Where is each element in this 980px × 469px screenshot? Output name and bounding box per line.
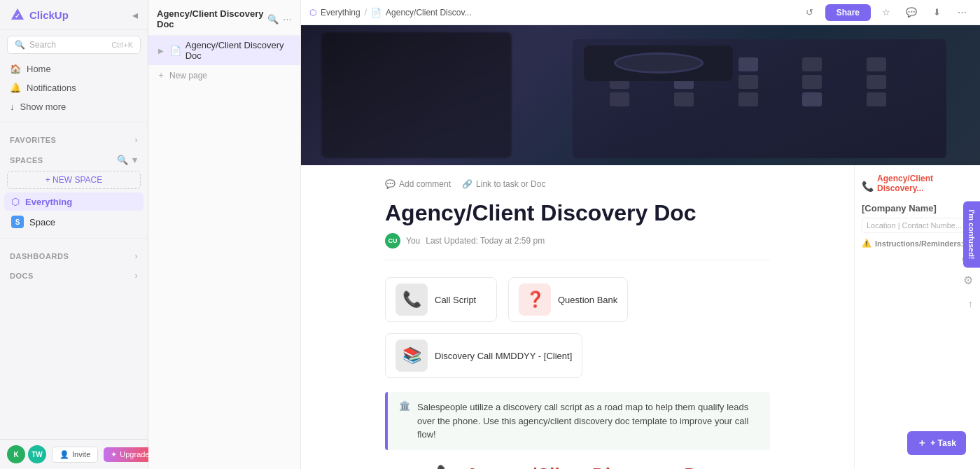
- sidebar-item-everything[interactable]: ⬡ Everything: [4, 192, 144, 211]
- doc-title: Agency/Client Discovery Doc: [385, 200, 770, 226]
- doc-content: 💬 Add comment 🔗 Link to task or Doc Agen…: [301, 165, 854, 469]
- avatar-k: K: [7, 445, 25, 463]
- favorites-section-header: FAVORITES ›: [0, 128, 148, 148]
- warning-icon: ⚠️: [862, 239, 872, 248]
- doc-author: You: [406, 236, 420, 246]
- big-title-icon: 📞: [436, 464, 458, 470]
- question-bank-icon: ❓: [526, 290, 545, 309]
- breadcrumb-separator: /: [365, 8, 367, 18]
- new-space-button[interactable]: + NEW SPACE: [7, 171, 141, 189]
- right-panel-doc-link[interactable]: Agency/Client Discovery...: [877, 174, 973, 193]
- sidebar-item-space[interactable]: S Space: [4, 212, 144, 232]
- call-script-thumb: 📞: [396, 284, 428, 316]
- call-script-title: Call Script: [435, 295, 476, 305]
- sidebar-item-show-more[interactable]: ↓ Show more: [0, 97, 148, 116]
- main-content: ⬡ Everything / 📄 Agency/Client Discov...…: [301, 0, 980, 469]
- space-icon: S: [11, 216, 24, 228]
- new-page-plus-icon: ＋: [157, 69, 165, 81]
- doc-tree-panel: Agency/Client Discovery Doc 🔍 ⋯ ▶ 📄 Agen…: [148, 0, 301, 469]
- sidebar-item-home[interactable]: 🏠 Home: [0, 59, 148, 78]
- logo-text: ClickUp: [29, 9, 69, 21]
- author-avatar: CU: [385, 233, 400, 248]
- task-button[interactable]: ＋ + Task: [907, 431, 966, 455]
- linked-doc-discovery-call[interactable]: 📚 Discovery Call MMDDYY - [Client]: [385, 333, 582, 378]
- star-icon[interactable]: ☆: [876, 3, 896, 22]
- sidebar: ✓ ClickUp ◂ 🔍 Search Ctrl+K 🏠 Home 🔔 Not…: [0, 0, 148, 469]
- share-right-icon[interactable]: ↑: [968, 298, 973, 309]
- search-icon: 🔍: [15, 40, 25, 50]
- sidebar-bottom: K TW 👤 Invite ✦ Upgrade ?: [0, 439, 148, 469]
- dashboards-section-header: DASHBOARDS ›: [0, 244, 148, 264]
- big-doc-title: 📞 Agency/Client Discovery Doc: [385, 464, 770, 470]
- new-page-button[interactable]: ＋ New page: [148, 65, 300, 85]
- spaces-actions: 🔍 ▾: [117, 155, 138, 165]
- favorites-expand-icon[interactable]: ›: [134, 135, 138, 145]
- right-panel-phone-icon: 📞: [862, 181, 874, 192]
- right-panel: 📞 Agency/Client Discovery... [Company Na…: [854, 165, 980, 469]
- right-panel-instructions: ⚠️ Instructions/Reminders:: [862, 239, 973, 248]
- confused-button[interactable]: I'm confused!: [963, 201, 980, 267]
- bell-icon: 🔔: [10, 83, 21, 93]
- link-icon: 🔗: [462, 179, 472, 189]
- sidebar-item-notifications[interactable]: 🔔 Notifications: [0, 78, 148, 97]
- doc-tree-actions: 🔍 ⋯: [267, 14, 292, 24]
- doc-meta: CU You Last Updated: Today at 2:59 pm: [385, 233, 770, 260]
- search-bar[interactable]: 🔍 Search Ctrl+K: [7, 36, 141, 54]
- info-text: Salespeople utilize a discovery call scr…: [417, 400, 759, 442]
- sidebar-header: ✓ ClickUp ◂: [0, 0, 148, 30]
- add-comment-button[interactable]: 💬 Add comment: [385, 179, 451, 189]
- docs-expand-icon[interactable]: ›: [134, 271, 138, 281]
- dashboards-expand-icon[interactable]: ›: [134, 251, 138, 261]
- linked-doc-call-script[interactable]: 📞 Call Script: [385, 277, 497, 322]
- chat-icon[interactable]: 💬: [902, 3, 921, 22]
- upgrade-icon: ✦: [111, 450, 117, 459]
- question-bank-thumb: ❓: [519, 284, 551, 316]
- question-bank-title: Question Bank: [558, 295, 617, 305]
- doc-tree-item-main[interactable]: ▶ 📄 Agency/Client Discovery Doc: [148, 36, 300, 65]
- logo: ✓ ClickUp: [10, 7, 69, 22]
- svg-text:✓: ✓: [15, 13, 20, 20]
- doc-tree-header: Agency/Client Discovery Doc 🔍 ⋯: [148, 0, 300, 36]
- docs-section-header: DOCS ›: [0, 264, 148, 284]
- linked-docs: 📞 Call Script ❓ Question Bank 📚 Discover…: [385, 277, 770, 378]
- arrow-down-icon: ↓: [10, 102, 15, 112]
- breadcrumb-everything-icon: ⬡: [309, 8, 316, 18]
- invite-icon: 👤: [59, 450, 69, 459]
- task-plus-icon: ＋: [917, 437, 927, 449]
- doc-tree-menu-icon[interactable]: ⋯: [283, 14, 292, 24]
- settings-icon[interactable]: ⚙: [963, 274, 973, 287]
- avatar-group: K TW: [7, 445, 46, 463]
- avatar-tw: TW: [28, 445, 46, 463]
- top-bar-actions: ↺ Share ☆ 💬 ⬇ ⋯: [800, 3, 972, 22]
- collapse-sidebar-button[interactable]: ◂: [132, 8, 138, 22]
- doc-expand-icon[interactable]: ▶: [157, 46, 166, 55]
- spaces-search-icon[interactable]: 🔍: [117, 155, 129, 165]
- doc-file-icon: 📄: [170, 46, 181, 56]
- doc-toolbar: 💬 Add comment 🔗 Link to task or Doc: [385, 179, 770, 189]
- doc-tree-search-icon[interactable]: 🔍: [267, 14, 279, 24]
- right-panel-location: Location | Contact Numbe...: [862, 218, 973, 233]
- discovery-call-title: Discovery Call MMDDYY - [Client]: [435, 351, 572, 361]
- breadcrumb-doc[interactable]: Agency/Client Discov...: [386, 8, 472, 18]
- breadcrumb: ⬡ Everything / 📄 Agency/Client Discov...: [309, 8, 794, 18]
- invite-button[interactable]: 👤 Invite: [52, 447, 98, 463]
- comment-icon: 💬: [385, 179, 396, 189]
- doc-updated: Last Updated: Today at 2:59 pm: [426, 236, 545, 246]
- more-options-icon[interactable]: ⋯: [952, 3, 972, 22]
- clock-icon[interactable]: ⬇: [927, 3, 946, 22]
- everything-icon: ⬡: [11, 196, 20, 207]
- clickup-logo-icon: ✓: [10, 7, 25, 22]
- spaces-expand-icon[interactable]: ▾: [132, 155, 138, 165]
- call-script-icon: 📞: [402, 290, 421, 309]
- spaces-section-header: SPACES 🔍 ▾: [0, 148, 148, 168]
- link-to-task-button[interactable]: 🔗 Link to task or Doc: [462, 179, 545, 189]
- share-button[interactable]: Share: [825, 4, 871, 21]
- discovery-call-icon: 📚: [402, 346, 421, 365]
- linked-doc-question-bank[interactable]: ❓ Question Bank: [508, 277, 628, 322]
- breadcrumb-everything[interactable]: Everything: [321, 8, 360, 18]
- discovery-call-thumb: 📚: [396, 340, 428, 372]
- home-icon: 🏠: [10, 64, 21, 74]
- info-box: 🏛️ Salespeople utilize a discovery call …: [385, 392, 770, 450]
- refresh-icon[interactable]: ↺: [800, 3, 820, 22]
- doc-tree-title: Agency/Client Discovery Doc: [157, 8, 267, 29]
